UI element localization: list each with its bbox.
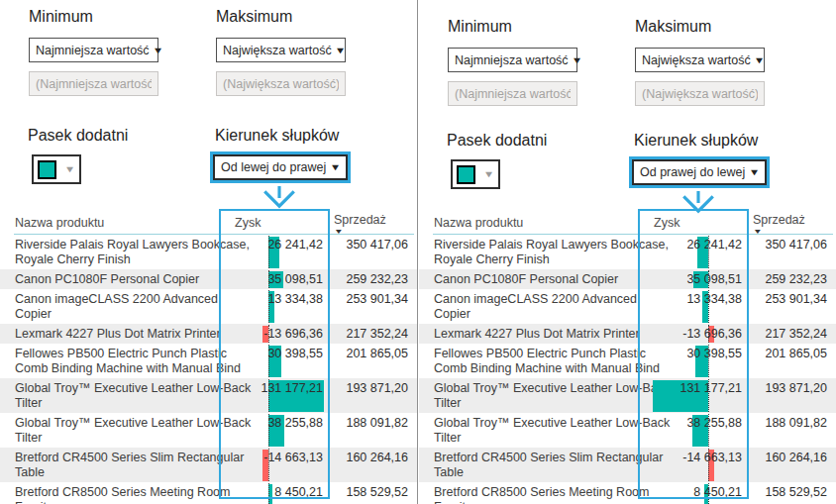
table-row[interactable]: Fellowes PB500 Electric Punch Plastic Co… xyxy=(419,344,836,378)
chevron-down-icon: ▼ xyxy=(571,55,582,65)
table-row[interactable]: Bretford CR4500 Series Slim Rectangular … xyxy=(0,448,417,482)
minimum-value-input[interactable] xyxy=(448,81,577,106)
table-row[interactable]: Bretford CR8500 Series Meeting Room Furn… xyxy=(0,482,417,504)
sprzedaz-value: 350 417,06 xyxy=(765,238,827,252)
zysk-value: -13 696,36 xyxy=(682,327,742,341)
maximum-type-value: Największa wartość xyxy=(223,44,332,57)
sprzedaz-value: 188 091,82 xyxy=(765,416,827,430)
callout-arrow-down-icon xyxy=(260,185,299,209)
table-row[interactable]: Bretford CR8500 Series Meeting Room Furn… xyxy=(419,482,836,504)
table-row[interactable]: Global Troy™ Executive Leather Low-Back … xyxy=(0,413,417,448)
zysk-value: 8 450,21 xyxy=(693,485,742,499)
teal-color-swatch xyxy=(457,165,475,184)
column-header-zysk[interactable]: Zysk xyxy=(654,216,679,230)
table-row[interactable]: Riverside Palais Royal Lawyers Bookcase,… xyxy=(419,235,836,269)
minimum-value-input[interactable] xyxy=(29,71,158,96)
sprzedaz-value: 217 352,24 xyxy=(765,327,827,341)
table-row[interactable]: Canon PC1080F Personal Copier35 098,5125… xyxy=(0,269,417,289)
table-row[interactable]: Fellowes PB500 Electric Punch Plastic Co… xyxy=(0,344,417,378)
table-row[interactable]: Canon imageCLASS 2200 Advanced Copier13 … xyxy=(0,289,417,324)
panel-right-to-left: Minimum Maksimum Najmniejsza wartość ▼ N… xyxy=(419,0,836,504)
table-rows: Riverside Palais Royal Lawyers Bookcase,… xyxy=(0,235,417,504)
table-row[interactable]: Lexmark 4227 Plus Dot Matrix Printer-13 … xyxy=(0,324,417,344)
table-row[interactable]: Bretford CR4500 Series Slim Rectangular … xyxy=(419,448,836,482)
positive-bar-color-picker[interactable]: ▼ xyxy=(32,154,81,184)
sprzedaz-value: 193 871,20 xyxy=(765,381,827,395)
zysk-value: -13 696,36 xyxy=(263,327,323,341)
sprzedaz-value: 158 529,52 xyxy=(346,485,408,499)
zysk-cell: -14 663,13 xyxy=(638,448,749,482)
column-header-sprzedaz-label: Sprzedaż xyxy=(753,213,805,227)
minimum-type-dropdown[interactable]: Najmniejsza wartość ▼ xyxy=(448,48,577,72)
column-header-sprzedaz-label: Sprzedaż xyxy=(334,213,386,227)
sprzedaz-value: 201 865,05 xyxy=(346,347,408,360)
zysk-value: 13 334,38 xyxy=(686,292,742,306)
table-row[interactable]: Riverside Palais Royal Lawyers Bookcase,… xyxy=(0,235,417,269)
table-row[interactable]: Canon imageCLASS 2200 Advanced Copier13 … xyxy=(419,289,836,324)
table-rows: Riverside Palais Royal Lawyers Bookcase,… xyxy=(419,235,836,504)
bar-direction-dropdown[interactable]: Od lewej do prawej ▼ xyxy=(213,154,348,180)
bar-direction-dropdown[interactable]: Od prawej do lewej ▼ xyxy=(632,159,767,185)
table-row[interactable]: Global Troy™ Executive Leather Low-Back … xyxy=(0,378,417,413)
zysk-value: 35 098,51 xyxy=(267,272,323,286)
column-header-product[interactable]: Nazwa produktu xyxy=(15,216,104,230)
positive-bar-color-picker[interactable]: ▼ xyxy=(451,159,500,189)
positive-bar-section-label: Pasek dodatni xyxy=(447,132,547,150)
table-row[interactable]: Global Troy™ Executive Leather Low-Back … xyxy=(419,413,836,448)
positive-bar-section-label: Pasek dodatni xyxy=(28,127,128,145)
column-header-zysk[interactable]: Zysk xyxy=(235,216,261,230)
zysk-cell: 30 398,55 xyxy=(219,344,330,378)
column-header-product[interactable]: Nazwa produktu xyxy=(434,216,523,230)
maximum-type-value: Największa wartość xyxy=(642,53,751,67)
zysk-value: 30 398,55 xyxy=(267,347,323,360)
bar-direction-section-label: Kierunek słupków xyxy=(634,132,758,150)
maximum-type-dropdown[interactable]: Największa wartość ▼ xyxy=(216,38,346,62)
minimum-section-label: Minimum xyxy=(29,8,93,26)
chevron-down-icon: ▼ xyxy=(753,55,765,65)
table-row[interactable]: Lexmark 4227 Plus Dot Matrix Printer-13 … xyxy=(419,324,836,344)
sprzedaz-value: 160 264,16 xyxy=(765,451,827,464)
minimum-type-value: Najmniejsza wartość xyxy=(455,53,569,67)
maximum-section-label: Maksimum xyxy=(216,8,292,26)
chevron-down-icon: ▼ xyxy=(64,164,76,174)
zysk-value: 38 255,88 xyxy=(267,416,323,430)
minimum-type-dropdown[interactable]: Najmniejsza wartość ▼ xyxy=(29,38,158,62)
databars-settings-comparison: Minimum Maksimum Najmniejsza wartość ▼ N… xyxy=(0,0,836,504)
bar-direction-value: Od lewej do prawej xyxy=(221,160,326,174)
zysk-value: 131 177,21 xyxy=(261,381,323,395)
maximum-type-dropdown[interactable]: Największa wartość ▼ xyxy=(635,48,765,72)
sprzedaz-value: 193 871,20 xyxy=(346,381,408,395)
zysk-cell: -13 696,36 xyxy=(219,324,330,344)
zysk-cell: 131 177,21 xyxy=(219,378,330,413)
chevron-down-icon: ▼ xyxy=(483,169,495,179)
chevron-down-icon: ▼ xyxy=(334,46,346,55)
zysk-cell: 131 177,21 xyxy=(638,378,749,413)
zysk-value: 30 398,55 xyxy=(686,347,742,360)
maximum-section-label: Maksimum xyxy=(635,18,711,36)
zysk-value: 35 098,51 xyxy=(686,272,742,286)
zysk-cell: 13 334,38 xyxy=(219,289,330,324)
callout-arrow-down-icon xyxy=(679,190,718,214)
sprzedaz-value: 259 232,23 xyxy=(765,272,827,286)
zysk-value: 38 255,88 xyxy=(686,416,742,430)
table-row[interactable]: Canon PC1080F Personal Copier35 098,5125… xyxy=(419,269,836,289)
minimum-section-label: Minimum xyxy=(448,18,512,36)
maximum-value-input[interactable] xyxy=(216,71,346,96)
direction-dropdown-highlight-box: Od prawej do lewej ▼ xyxy=(629,156,770,188)
chevron-down-icon: ▼ xyxy=(152,46,163,55)
bar-direction-section-label: Kierunek słupków xyxy=(215,127,339,145)
zysk-cell: 8 450,21 xyxy=(219,482,330,504)
sprzedaz-value: 188 091,82 xyxy=(346,416,408,430)
sprzedaz-value: 201 865,05 xyxy=(765,347,827,360)
zysk-cell: 30 398,55 xyxy=(638,344,749,378)
table-row[interactable]: Global Troy™ Executive Leather Low-Back … xyxy=(419,378,836,413)
zysk-cell: -14 663,13 xyxy=(219,448,330,482)
bar-direction-value: Od prawej do lewej xyxy=(640,165,745,179)
chevron-down-icon: ▼ xyxy=(749,167,761,177)
zysk-cell: 26 241,42 xyxy=(638,235,749,269)
zysk-cell: 38 255,88 xyxy=(638,413,749,448)
teal-color-swatch xyxy=(38,160,56,179)
sprzedaz-value: 350 417,06 xyxy=(346,238,408,252)
maximum-value-input[interactable] xyxy=(635,81,765,106)
zysk-value: 131 177,21 xyxy=(679,381,742,395)
